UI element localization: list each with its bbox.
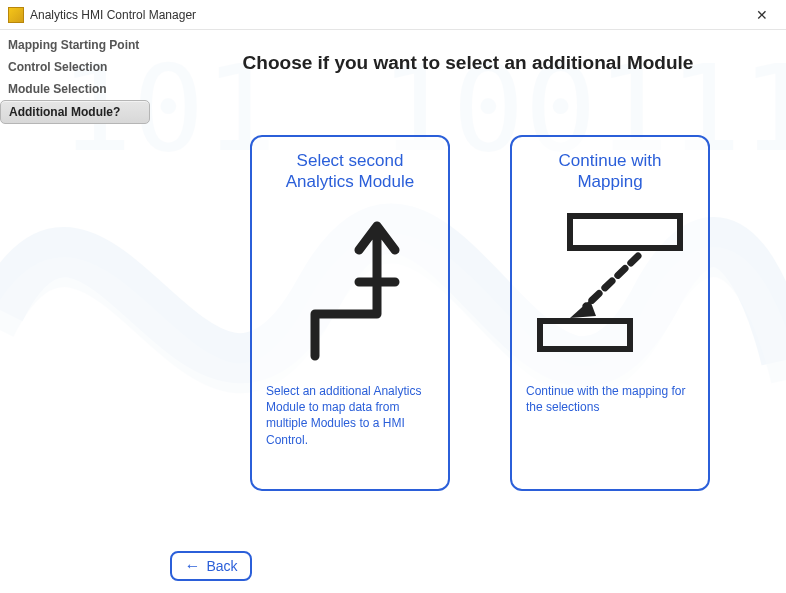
card-title: Continue with Mapping — [526, 147, 694, 195]
step-additional-module[interactable]: Additional Module? — [0, 100, 150, 124]
back-button[interactable]: ← Back — [170, 551, 252, 581]
close-icon: ✕ — [756, 7, 768, 23]
svg-rect-2 — [570, 216, 680, 248]
step-module-selection[interactable]: Module Selection — [0, 78, 150, 100]
branch-arrow-icon — [266, 201, 434, 371]
box-to-box-arrow-icon — [526, 201, 694, 371]
titlebar: Analytics HMI Control Manager ✕ — [0, 0, 786, 30]
svg-rect-3 — [540, 321, 630, 349]
app-icon — [8, 7, 24, 23]
svg-line-4 — [586, 256, 638, 306]
sidebar-steps: Mapping Starting Point Control Selection… — [0, 30, 150, 124]
arrow-left-icon: ← — [184, 558, 200, 574]
step-mapping-starting-point[interactable]: Mapping Starting Point — [0, 34, 150, 56]
card-select-second-module[interactable]: Select second Analytics Module Select an… — [250, 135, 450, 491]
card-continue-mapping[interactable]: Continue with Mapping Continue with the … — [510, 135, 710, 491]
window-title: Analytics HMI Control Manager — [30, 8, 742, 22]
page-heading: Choose if you want to select an addition… — [170, 52, 766, 74]
back-button-label: Back — [206, 558, 237, 574]
card-description: Select an additional Analytics Module to… — [266, 383, 434, 448]
card-title: Select second Analytics Module — [266, 147, 434, 195]
close-button[interactable]: ✕ — [742, 1, 782, 29]
step-control-selection[interactable]: Control Selection — [0, 56, 150, 78]
card-row: Select second Analytics Module Select an… — [250, 135, 710, 491]
content-area: 101 1001110 Mapping Starting Point Contr… — [0, 30, 786, 593]
card-description: Continue with the mapping for the select… — [526, 383, 694, 415]
